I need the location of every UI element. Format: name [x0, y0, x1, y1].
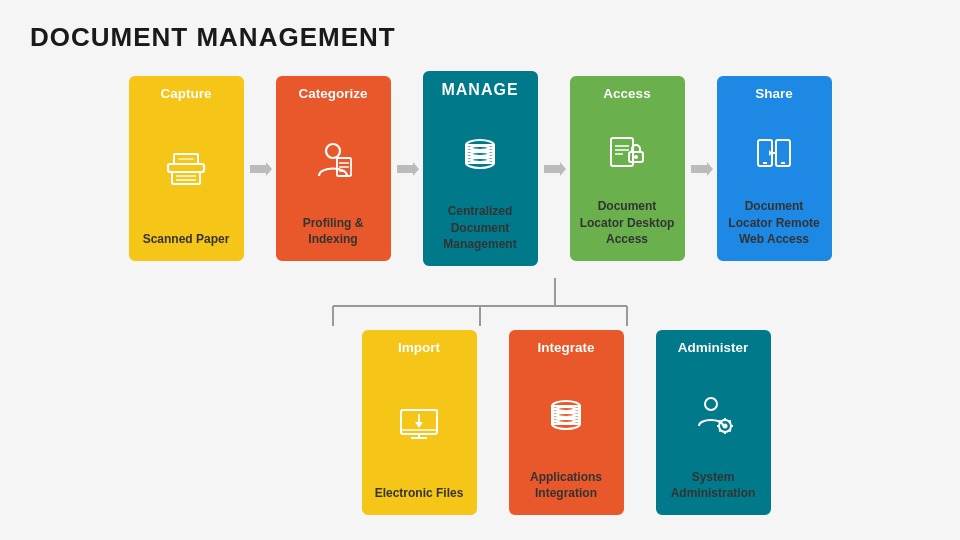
svg-line-63 [719, 430, 721, 432]
arrow-3 [538, 155, 570, 183]
svg-point-53 [705, 398, 717, 410]
svg-rect-2 [178, 158, 194, 160]
svg-marker-20 [544, 162, 566, 176]
arrow-4 [685, 155, 717, 183]
svg-point-26 [634, 155, 638, 159]
page-title: DOCUMENT MANAGEMENT [30, 22, 930, 53]
arrow-2 [391, 155, 423, 183]
share-label: Document Locator Remote Web Access [719, 198, 830, 247]
arrow-1 [244, 155, 276, 183]
svg-line-61 [729, 430, 731, 432]
access-icon [603, 107, 651, 198]
card-categorize: Categorize Profiling & Indexing [276, 76, 391, 261]
bottom-row: Import [190, 330, 771, 515]
card-access: Access Document Locato [570, 76, 685, 261]
integrate-icon [542, 361, 590, 469]
integrate-header: Integrate [511, 332, 622, 361]
share-icon [750, 107, 798, 198]
manage-icon [456, 105, 504, 203]
integrate-label: Applications Integration [511, 469, 622, 501]
capture-icon [162, 107, 210, 231]
svg-line-62 [729, 420, 731, 422]
administer-label: System Administration [658, 469, 769, 501]
svg-marker-6 [250, 162, 272, 176]
administer-icon [689, 361, 737, 469]
main-layout: Capture Scanned Paper [30, 71, 930, 515]
import-label: Electronic Files [369, 485, 470, 501]
connector-area [30, 278, 930, 326]
card-share: Share Document Locator Remote Web Acc [717, 76, 832, 261]
top-row: Capture Scanned Paper [129, 71, 832, 266]
administer-header: Administer [658, 332, 769, 361]
svg-rect-0 [168, 164, 204, 172]
svg-marker-12 [397, 162, 419, 176]
categorize-icon [309, 107, 357, 215]
svg-line-60 [719, 420, 721, 422]
rows-wrapper: Capture Scanned Paper [30, 71, 930, 515]
connector-svg [30, 278, 930, 326]
card-administer: Administer [656, 330, 771, 515]
manage-label: Centralized Document Management [425, 203, 536, 252]
capture-label: Scanned Paper [137, 231, 236, 247]
categorize-label: Profiling & Indexing [278, 215, 389, 247]
import-header: Import [364, 332, 475, 361]
import-icon [395, 361, 443, 485]
manage-header: MANAGE [425, 73, 536, 105]
svg-marker-45 [415, 422, 423, 428]
access-label: Document Locator Desktop Access [572, 198, 683, 247]
card-capture: Capture Scanned Paper [129, 76, 244, 261]
categorize-header: Categorize [278, 78, 389, 107]
share-header: Share [719, 78, 830, 107]
access-header: Access [572, 78, 683, 107]
capture-header: Capture [131, 78, 242, 107]
card-manage: MANAGE Centralized Doc [423, 71, 538, 266]
card-import: Import [362, 330, 477, 515]
svg-rect-3 [172, 172, 200, 184]
svg-point-7 [326, 144, 340, 158]
svg-point-55 [723, 423, 728, 428]
page: DOCUMENT MANAGEMENT Capture [0, 0, 960, 540]
card-integrate: Integrate Applications [509, 330, 624, 515]
svg-marker-27 [691, 162, 713, 176]
